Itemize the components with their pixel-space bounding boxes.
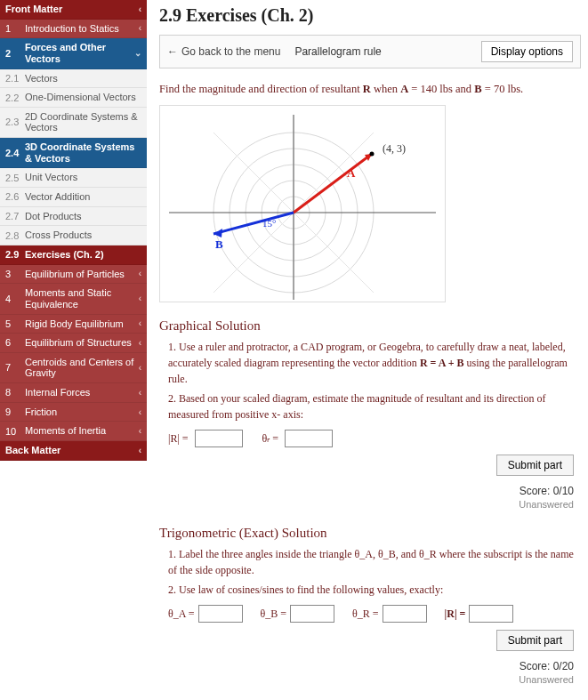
nav-ch7[interactable]: 7Centroids and Centers of Gravity‹ xyxy=(0,353,147,383)
nav-2-6[interactable]: 2.6Vector Addition xyxy=(0,188,147,207)
arrow-left-icon: ← xyxy=(167,45,178,58)
r-mag-trig-label: |R| = xyxy=(445,607,466,620)
vector-b-label: B xyxy=(215,237,223,251)
chevron-down-icon: ⌄ xyxy=(134,48,141,58)
submit-part-trig-button[interactable]: Submit part xyxy=(496,630,574,651)
graphical-heading: Graphical Solution xyxy=(159,318,581,334)
theta-input[interactable] xyxy=(285,430,333,447)
r-mag-label: |R| = xyxy=(168,432,189,445)
svg-point-15 xyxy=(370,152,375,157)
nav-ch8[interactable]: 8Internal Forces‹ xyxy=(0,383,147,403)
vector-diagram: (4, 3) A B 15° xyxy=(159,105,446,302)
angle-label: 15° xyxy=(262,218,276,229)
go-back-label: Go back to the menu xyxy=(181,45,280,58)
nav-ch4[interactable]: 4Moments and Static Equivalence‹ xyxy=(0,284,147,314)
graphical-status: Unanswered xyxy=(159,499,574,510)
nav-2-3[interactable]: 2.32D Coordinate Systems & Vectors xyxy=(0,108,147,138)
exercise-topbar: ←Go back to the menu Parallelogram rule … xyxy=(159,35,581,68)
chevron-left-icon: ‹ xyxy=(139,426,141,436)
theta-a-label: θ_A = xyxy=(168,607,195,620)
nav-2-5[interactable]: 2.5Unit Vectors xyxy=(0,168,147,188)
graphical-body: 1. Use a ruler and protractor, a CAD pro… xyxy=(168,339,581,422)
chevron-left-icon: ‹ xyxy=(139,338,141,348)
trig-status: Unanswered xyxy=(159,674,574,685)
breadcrumb: Parallelogram rule xyxy=(294,45,381,58)
chevron-left-icon: ‹ xyxy=(139,294,141,303)
nav-2-4[interactable]: 2.43D Coordinate Systems & Vectors xyxy=(0,138,147,168)
display-options-button[interactable]: Display options xyxy=(481,41,573,62)
point-label: (4, 3) xyxy=(383,142,406,155)
vector-a-label: A xyxy=(347,166,356,180)
trig-heading: Trigonometric (Exact) Solution xyxy=(159,526,581,541)
graphical-inputs: |R| = θᵣ = xyxy=(168,430,581,447)
graphical-score: Score: 0/10 xyxy=(159,485,574,497)
nav-2-8[interactable]: 2.8Cross Products xyxy=(0,226,147,245)
problem-statement: Find the magnitude and direction of resu… xyxy=(159,83,581,96)
nav-2-1[interactable]: 2.1Vectors xyxy=(0,69,147,89)
main-content: 2.9 Exercises (Ch. 2) ←Go back to the me… xyxy=(147,0,588,700)
theta-b-input[interactable] xyxy=(290,605,334,623)
theta-r-label: θ_R = xyxy=(352,607,379,620)
chevron-left-icon: ‹ xyxy=(139,23,141,33)
nav-ch5[interactable]: 5Rigid Body Equilibrium‹ xyxy=(0,315,147,334)
chevron-left-icon: ‹ xyxy=(139,388,141,398)
chevron-left-icon: ‹ xyxy=(139,318,141,328)
chevron-left-icon: ‹ xyxy=(139,4,141,14)
nav-ch6[interactable]: 6Equilibrium of Structures‹ xyxy=(0,334,147,353)
nav-2-9-current[interactable]: 2.9Exercises (Ch. 2) xyxy=(0,245,147,265)
theta-a-input[interactable] xyxy=(198,605,243,623)
nav-2-2[interactable]: 2.2One-Dimensional Vectors xyxy=(0,88,147,108)
sidebar: Front Matter‹ 1Introduction to Statics‹ … xyxy=(0,0,147,700)
nav-ch1[interactable]: 1Introduction to Statics‹ xyxy=(0,20,147,39)
r-mag-trig-input[interactable] xyxy=(469,605,513,623)
nav-front-matter[interactable]: Front Matter‹ xyxy=(0,0,147,20)
theta-label: θᵣ = xyxy=(262,432,279,445)
page-title: 2.9 Exercises (Ch. 2) xyxy=(159,5,581,26)
nav-ch10[interactable]: 10Moments of Inertia‹ xyxy=(0,422,147,441)
chevron-left-icon: ‹ xyxy=(139,269,141,278)
nav-2-7[interactable]: 2.7Dot Products xyxy=(0,207,147,227)
theta-r-input[interactable] xyxy=(383,605,427,623)
submit-part-graphical-button[interactable]: Submit part xyxy=(496,455,574,476)
chevron-left-icon: ‹ xyxy=(139,407,141,417)
theta-b-label: θ_B = xyxy=(261,607,287,620)
go-back-link[interactable]: ←Go back to the menu xyxy=(167,45,280,58)
r-magnitude-input[interactable] xyxy=(195,430,243,447)
trig-body: 1. Label the three angles inside the tri… xyxy=(168,546,581,598)
chevron-left-icon: ‹ xyxy=(139,446,141,455)
nav-back-matter[interactable]: Back Matter‹ xyxy=(0,441,147,461)
nav-ch3[interactable]: 3Equilibrium of Particles‹ xyxy=(0,265,147,285)
chevron-left-icon: ‹ xyxy=(139,363,141,373)
nav-ch9[interactable]: 9Friction‹ xyxy=(0,403,147,422)
trig-inputs: θ_A = θ_B = θ_R = |R| = xyxy=(168,605,581,623)
trig-score: Score: 0/20 xyxy=(159,660,574,672)
nav-ch2[interactable]: 2Forces and Other Vectors⌄ xyxy=(0,38,147,68)
